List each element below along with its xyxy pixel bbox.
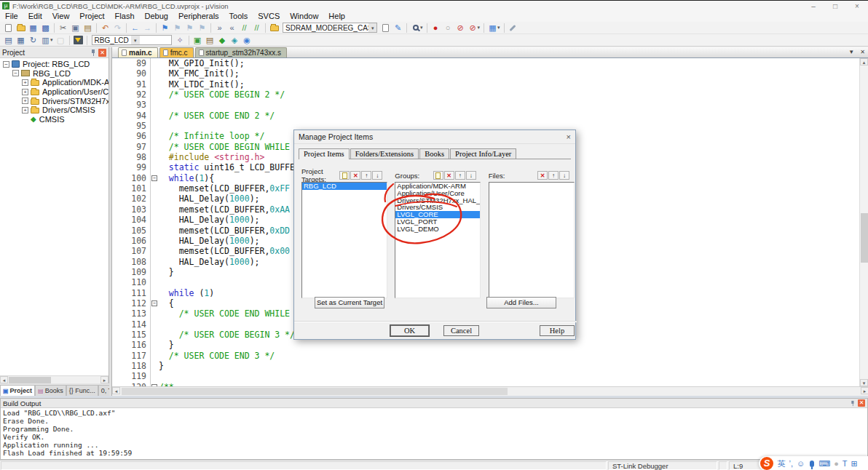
- options-for-target-icon[interactable]: ✧: [174, 35, 186, 46]
- comment-icon[interactable]: //: [238, 23, 250, 33]
- add-files-button[interactable]: Add Files...: [486, 297, 556, 308]
- tree-item[interactable]: −Project: RBG_LCD: [0, 60, 108, 69]
- editor-tab-fmc.c[interactable]: fmc.c: [159, 47, 194, 57]
- menu-peripherals[interactable]: Peripherals: [173, 11, 224, 22]
- help-button[interactable]: Help: [540, 325, 575, 336]
- menu-tools[interactable]: Tools: [224, 11, 253, 22]
- next-bookmark-icon[interactable]: ⚑: [184, 23, 196, 33]
- pin-icon[interactable]: [850, 400, 855, 405]
- insert-group-button[interactable]: [433, 171, 443, 180]
- tree-expander-icon[interactable]: −: [3, 61, 9, 68]
- menu-debug[interactable]: Debug: [140, 11, 173, 22]
- ime-wardrobe-icon[interactable]: T: [843, 457, 848, 470]
- indent-left-icon[interactable]: «: [226, 23, 238, 33]
- tab-list-chevron-down-icon[interactable]: ▼: [848, 49, 854, 55]
- breakpoint-enable-disable-icon[interactable]: ○: [442, 23, 454, 33]
- panel-tab--func-[interactable]: {} Func...: [66, 385, 98, 396]
- redo-icon[interactable]: ↷: [111, 23, 124, 33]
- save-icon[interactable]: ▦: [27, 23, 39, 33]
- remove-file-button[interactable]: ✕: [537, 171, 548, 180]
- tree-item[interactable]: −RBG_LCD: [0, 69, 108, 79]
- fold-collapse-icon[interactable]: −: [151, 175, 157, 181]
- editor-tab-startup_stm32h743xx.s[interactable]: startup_stm32h743xx.s: [195, 47, 287, 57]
- list-item[interactable]: LVGL_DEMO: [395, 226, 480, 233]
- search-combo[interactable]: SDRAM_MODEREG_CAS_▾: [283, 23, 377, 33]
- fold-collapse-icon[interactable]: −: [151, 300, 157, 306]
- scroll-up-icon[interactable]: ▴: [860, 58, 868, 65]
- move-file-up-button[interactable]: ↑: [548, 171, 559, 180]
- panel-tab-books[interactable]: ▤Books: [35, 385, 66, 396]
- maximize-button[interactable]: □: [824, 1, 846, 11]
- scroll-down-icon[interactable]: ▾: [860, 379, 868, 386]
- menu-view[interactable]: View: [47, 11, 75, 22]
- move-group-up-button[interactable]: ↑: [455, 171, 465, 180]
- insert-target-button[interactable]: [339, 171, 350, 180]
- menu-file[interactable]: File: [0, 11, 23, 22]
- editor-hscrollbar[interactable]: ◂ ▸: [112, 386, 868, 396]
- ime-toolbox-icon[interactable]: ⊞: [851, 457, 858, 470]
- editor-tab-main.c[interactable]: main.c: [118, 47, 158, 57]
- move-file-down-button[interactable]: ↓: [559, 171, 569, 180]
- groups-listbox[interactable]: Application/MDK-ARMApplication/User/Core…: [395, 182, 481, 298]
- cut-icon[interactable]: ✂: [57, 23, 69, 33]
- dialog-tab-books[interactable]: Books: [419, 148, 449, 159]
- list-item[interactable]: RBG_LCD: [302, 183, 387, 190]
- dialog-tab-project-info-layer[interactable]: Project Info/Layer: [450, 148, 516, 159]
- menu-help[interactable]: Help: [323, 11, 350, 22]
- dialog-close-icon[interactable]: ×: [567, 132, 571, 141]
- ok-button[interactable]: OK: [390, 325, 429, 336]
- build-icon[interactable]: ▦: [15, 35, 27, 46]
- tree-item[interactable]: ◆CMSIS: [0, 115, 108, 124]
- scroll-left-icon[interactable]: ◂: [112, 387, 120, 394]
- breakpoint-toggle-icon[interactable]: ●: [430, 23, 442, 33]
- tree-expander-icon[interactable]: −: [12, 70, 19, 76]
- ime-emoji-icon[interactable]: ☺: [797, 457, 805, 470]
- manage-rte-icon[interactable]: ▣: [192, 35, 204, 46]
- tree-expander-icon[interactable]: +: [22, 97, 28, 104]
- find-next-icon[interactable]: [379, 23, 392, 33]
- new-file-icon[interactable]: [2, 23, 15, 33]
- tree-expander-icon[interactable]: +: [22, 107, 28, 113]
- sogou-logo-icon[interactable]: S: [760, 457, 773, 470]
- targets-listbox[interactable]: RBG_LCD: [301, 182, 387, 298]
- menu-svcs[interactable]: SVCS: [253, 11, 285, 22]
- rebuild-all-icon[interactable]: ↻: [27, 35, 39, 46]
- close-panel-icon[interactable]: ✕: [98, 49, 106, 57]
- tree-expander-icon[interactable]: +: [22, 89, 28, 95]
- open-file-icon[interactable]: [15, 23, 27, 33]
- cancel-button[interactable]: Cancel: [443, 325, 479, 336]
- ime-voice-icon[interactable]: [810, 461, 814, 467]
- ime-punctuation-icon[interactable]: ’,: [789, 457, 794, 470]
- move-target-up-button[interactable]: ↑: [361, 171, 371, 180]
- scroll-right-icon[interactable]: ▸: [100, 376, 108, 383]
- save-all-icon[interactable]: ▩: [39, 23, 52, 33]
- remove-target-button[interactable]: ✕: [350, 171, 360, 180]
- files-listbox[interactable]: [489, 182, 575, 298]
- incremental-find-icon[interactable]: ✎: [392, 23, 404, 33]
- dialog-tab-project-items[interactable]: Project Items: [299, 148, 350, 159]
- ime-skin-icon[interactable]: ●: [834, 457, 839, 470]
- tree-item[interactable]: +Application/User/Core: [0, 87, 108, 97]
- tree-expander-icon[interactable]: +: [22, 79, 28, 86]
- copy-icon[interactable]: ▣: [69, 23, 82, 33]
- target-select-combo[interactable]: RBG_LCD▾: [92, 35, 172, 45]
- dialog-tab-folders-extensions[interactable]: Folders/Extensions: [350, 148, 419, 159]
- clear-bookmarks-icon[interactable]: ⚑: [196, 23, 208, 33]
- remove-group-button[interactable]: ✕: [444, 171, 454, 180]
- menu-edit[interactable]: Edit: [23, 11, 47, 22]
- close-panel-icon[interactable]: ✕: [858, 399, 865, 407]
- undo-icon[interactable]: ↶: [99, 23, 111, 33]
- books-globe-icon[interactable]: ◉: [241, 35, 253, 46]
- move-target-down-button[interactable]: ↓: [372, 171, 382, 180]
- navigate-back-icon[interactable]: ←: [129, 23, 141, 33]
- indent-right-icon[interactable]: »: [213, 23, 226, 33]
- paste-icon[interactable]: ▤: [82, 23, 94, 33]
- panel-tab-project[interactable]: ▣Project: [0, 385, 35, 396]
- uncomment-icon[interactable]: //: [250, 23, 263, 33]
- scroll-left-icon[interactable]: ◂: [0, 376, 8, 383]
- ime-keyboard-icon[interactable]: ⌨: [818, 457, 830, 470]
- scroll-thumb[interactable]: [122, 388, 508, 395]
- tree-item[interactable]: +Application/MDK-ARM: [0, 78, 108, 87]
- find-in-files-icon[interactable]: [268, 23, 280, 33]
- close-button[interactable]: ×: [846, 1, 868, 11]
